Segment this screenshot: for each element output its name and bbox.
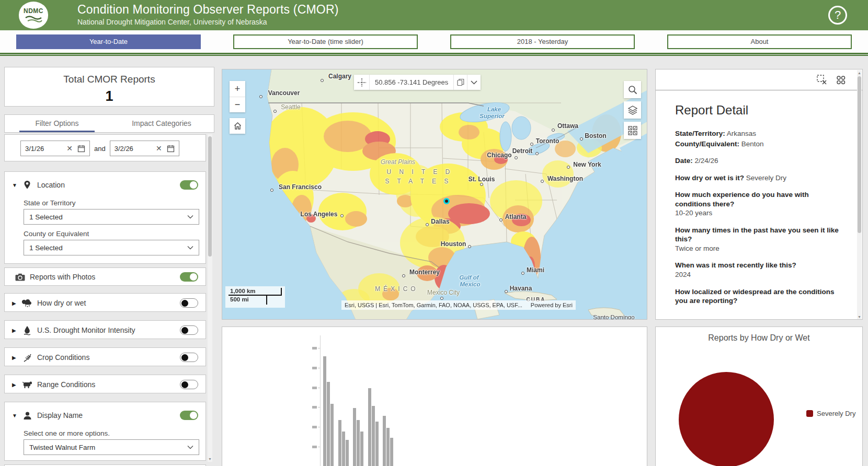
ndmc-logo-swoosh — [25, 15, 42, 23]
bar[interactable] — [390, 438, 393, 466]
end-date-input[interactable]: 3/2/26 ✕ — [110, 141, 179, 156]
y-tick-label-block — [312, 387, 317, 389]
photos-filter-card: Reports with Photos — [4, 267, 206, 286]
map-city-dot — [580, 137, 583, 141]
crosshair-icon[interactable] — [354, 75, 370, 90]
report-field: When was it most recently like this?2024 — [675, 261, 844, 279]
sidebar-scrollbar[interactable]: ▼ — [208, 134, 212, 462]
copy-coordinates-icon[interactable] — [453, 75, 467, 90]
coordinates-readout: 50.856 -73.141 Degrees — [370, 78, 453, 86]
bar[interactable] — [372, 406, 375, 466]
map-city-dot — [440, 297, 443, 300]
clear-selection-button[interactable] — [816, 74, 828, 86]
map-scalebar: 1,000 km 500 mi — [225, 286, 285, 308]
map-city-dot — [340, 214, 344, 217]
wheat-icon — [21, 352, 33, 363]
state-territory-select[interactable]: 1 Selected — [24, 209, 199, 225]
grid-arrows-icon — [628, 126, 637, 135]
coordinate-format-chevron-icon[interactable] — [467, 75, 481, 90]
tab-about[interactable]: About — [667, 34, 852, 49]
ndmc-logo: NDMC — [19, 2, 48, 29]
y-tick-mark — [318, 388, 320, 388]
map-city-dot — [499, 218, 502, 222]
collapse-caret-icon[interactable]: ▼ — [12, 182, 20, 188]
tab-year-to-date-time-slider[interactable]: Year-to-Date (time slider) — [233, 34, 418, 49]
map[interactable]: CalgaryVancouverSeattleSan FranciscoLos … — [222, 69, 647, 320]
map-city-dot — [270, 189, 273, 192]
bar[interactable] — [383, 416, 386, 466]
home-button[interactable] — [230, 118, 245, 134]
expand-caret-icon[interactable]: ▶ — [12, 355, 20, 360]
chevron-down-icon — [187, 246, 193, 250]
report-location-marker[interactable] — [443, 198, 450, 204]
bar[interactable] — [330, 404, 334, 466]
total-reports-title: Total CMOR Reports — [5, 74, 214, 85]
location-pin-icon — [21, 180, 33, 190]
layers-button[interactable] — [624, 101, 641, 119]
bar[interactable] — [357, 420, 360, 466]
bar[interactable] — [368, 388, 371, 466]
state-territory-value: 1 Selected — [29, 213, 187, 221]
page-subtitle: National Drought Mitigation Center, Univ… — [77, 18, 267, 26]
y-tick-label-block — [312, 426, 317, 428]
calendar-icon[interactable] — [167, 145, 175, 153]
y-tick-mark — [318, 348, 320, 348]
usdm-intensity-label: U.S. Drought Monitor Intensity — [37, 326, 180, 334]
report-detail-scrollbar[interactable]: ▲ ▼ — [857, 70, 862, 320]
photos-toggle[interactable] — [180, 272, 198, 282]
map-search-button[interactable] — [624, 81, 641, 98]
map-city-dot — [521, 272, 524, 275]
bar[interactable] — [346, 440, 349, 466]
range-conditions-toggle[interactable] — [180, 380, 198, 389]
display-name-toggle[interactable] — [180, 411, 198, 420]
bar[interactable] — [323, 356, 326, 466]
map-canvas[interactable] — [222, 69, 647, 320]
clear-start-date-icon[interactable]: ✕ — [66, 144, 73, 153]
bar[interactable] — [353, 408, 356, 466]
help-button[interactable]: ? — [828, 6, 847, 25]
bar[interactable] — [342, 432, 345, 466]
how-dry-or-wet-filter-card: ▶ How dry or wet — [4, 293, 206, 312]
pie-slice-severely-dry[interactable] — [679, 372, 774, 466]
collapse-caret-icon[interactable]: ▼ — [12, 413, 20, 418]
start-date-input[interactable]: 3/1/26 ✕ — [20, 141, 90, 156]
map-city-dot — [535, 152, 539, 155]
bar[interactable] — [375, 422, 379, 466]
tab-year-to-date[interactable]: Year-to-Date — [16, 34, 201, 49]
rain-cloud-icon — [21, 298, 33, 308]
expand-caret-icon[interactable]: ▶ — [12, 300, 20, 306]
county-equivalent-select[interactable]: 1 Selected — [24, 240, 199, 255]
y-tick-label-block — [312, 347, 317, 349]
report-detail-fields: State/Territory: ArkansasCounty/Equivale… — [675, 129, 844, 306]
bar[interactable] — [360, 432, 363, 466]
map-city-dot — [552, 129, 555, 132]
map-city-dot — [567, 166, 570, 169]
bar[interactable] — [386, 428, 390, 466]
expand-caret-icon[interactable]: ▶ — [12, 382, 20, 388]
usdm-intensity-toggle[interactable] — [180, 325, 198, 335]
display-name-select[interactable]: Twisted Walnut Farm — [24, 439, 199, 455]
home-icon — [233, 122, 242, 130]
y-tick-mark — [318, 407, 320, 407]
report-field: How dry or wet is it? Severely Dry — [675, 173, 844, 183]
report-detail-title: Report Detail — [675, 103, 844, 118]
expand-caret-icon[interactable]: ▶ — [12, 328, 20, 333]
zoom-in-button[interactable]: + — [230, 81, 245, 97]
bar[interactable] — [327, 382, 330, 466]
basemap-gallery-button[interactable] — [624, 122, 641, 139]
how-dry-or-wet-toggle[interactable] — [180, 298, 198, 308]
bar[interactable] — [338, 420, 341, 466]
map-city-dot — [321, 79, 324, 82]
clear-end-date-icon[interactable]: ✕ — [156, 144, 162, 153]
tab-2018-yesterday[interactable]: 2018 - Yesterday — [450, 34, 635, 49]
feature-menu-icon[interactable] — [835, 74, 847, 86]
zoom-out-button[interactable]: − — [230, 97, 245, 112]
crop-conditions-toggle[interactable] — [180, 353, 198, 362]
map-city-dot — [530, 143, 533, 146]
coordinate-widget: 50.856 -73.141 Degrees — [354, 75, 481, 90]
tab-filter-options[interactable]: Filter Options — [5, 115, 109, 132]
calendar-icon[interactable] — [77, 145, 85, 153]
tab-impact-categories[interactable]: Impact Categories — [109, 115, 214, 132]
report-field: State/Territory: Arkansas — [675, 129, 844, 138]
location-toggle[interactable] — [180, 180, 198, 190]
